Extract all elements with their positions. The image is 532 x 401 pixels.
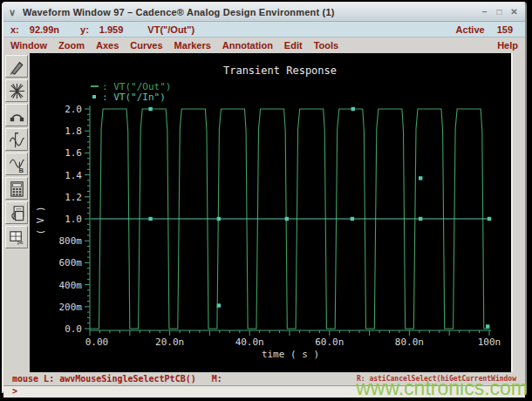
svg-text:600m: 600m xyxy=(59,257,83,268)
cursor-y-label: y: xyxy=(80,24,89,35)
arc-probe-icon xyxy=(7,105,27,126)
close-button[interactable]: ✕ xyxy=(508,7,520,17)
svg-text:100n: 100n xyxy=(478,336,501,348)
status-mouse-middle-binding: M: xyxy=(212,374,222,384)
title-bar: ∨ Waveform Window 97 – Cadence® Analog D… xyxy=(3,3,525,22)
svg-text:1.6: 1.6 xyxy=(65,147,82,159)
toolbar-button-calculator[interactable] xyxy=(5,177,28,200)
svg-text:: VT("/In"): : VT("/In") xyxy=(102,92,166,103)
status-mouse-left-binding: mouse L: awvMouseSingleSelectPtCB() xyxy=(12,374,196,384)
active-label: Active xyxy=(456,24,485,35)
menu-help[interactable]: Help xyxy=(497,40,518,51)
pen-tool-icon xyxy=(7,57,27,77)
svg-text:800m: 800m xyxy=(59,235,83,247)
svg-text:( V ): ( V ) xyxy=(35,206,46,234)
active-count: 159 xyxy=(497,24,513,35)
waveform-marker-b-icon: B xyxy=(7,154,27,174)
svg-text:80.0n: 80.0n xyxy=(395,336,424,348)
svg-text:2.0: 2.0 xyxy=(65,104,82,115)
tool-palette: B✂ xyxy=(3,53,30,372)
svg-text:20.0n: 20.0n xyxy=(155,336,184,348)
svg-text:40.0n: 40.0n xyxy=(235,336,264,348)
toolbar-button-copy-window[interactable] xyxy=(5,201,28,224)
snip-window-icon: ✂ xyxy=(7,228,27,248)
svg-text:60.0n: 60.0n xyxy=(315,336,344,348)
window-controls: –□✕ xyxy=(479,7,520,17)
svg-text:0.00: 0.00 xyxy=(85,336,109,348)
calculator-icon xyxy=(7,179,27,199)
menu-window[interactable]: Window xyxy=(10,40,47,51)
menu-axes[interactable]: Axes xyxy=(96,40,119,51)
svg-text:1.8: 1.8 xyxy=(65,126,82,137)
window-title: Waveform Window 97 – Cadence® Analog Des… xyxy=(23,7,479,17)
svg-text:1.2: 1.2 xyxy=(65,192,82,203)
cli-prompt-symbol: > xyxy=(12,386,17,396)
maximize-button[interactable]: □ xyxy=(494,7,505,17)
svg-text:✂: ✂ xyxy=(17,238,24,248)
main-area: B✂ Transient Response: VT("/Out"): VT("/… xyxy=(3,53,525,372)
toolbar-button-arc-probe[interactable] xyxy=(5,104,28,126)
menu-bar: WindowZoomAxesCurvesMarkersAnnotationEdi… xyxy=(3,37,525,53)
menu-zoom[interactable]: Zoom xyxy=(58,40,85,51)
toolbar-button-pen-tool[interactable] xyxy=(5,55,28,78)
waveform-plot-area[interactable]: Transient Response: VT("/Out"): VT("/In"… xyxy=(30,53,511,372)
svg-text:1.0: 1.0 xyxy=(65,214,82,225)
copy-window-icon xyxy=(7,203,27,223)
svg-text:1.4: 1.4 xyxy=(65,170,82,181)
menu-tools[interactable]: Tools xyxy=(314,40,339,51)
cursor-trace-name: VT("/Out") xyxy=(147,24,194,35)
svg-text:200m: 200m xyxy=(59,302,83,313)
svg-text:Transient Response: Transient Response xyxy=(223,65,337,77)
svg-text:0.0: 0.0 xyxy=(65,323,82,335)
waveform-window: ∨ Waveform Window 97 – Cadence® Analog D… xyxy=(2,2,527,393)
cursor-y-value: 1.959 xyxy=(99,24,124,35)
cursor-readout-bar: x: 92.99n y: 1.959 VT("/Out") Active 159 xyxy=(3,22,525,37)
toolbar-button-star-burst[interactable] xyxy=(5,79,28,102)
watermark-text: www.cntronics.com xyxy=(356,377,528,400)
toolbar-button-waveform-marker-b[interactable]: B xyxy=(5,153,28,175)
svg-text:400m: 400m xyxy=(59,280,83,291)
menu-curves[interactable]: Curves xyxy=(130,40,162,51)
star-burst-icon xyxy=(7,81,27,101)
menu-annotation[interactable]: Annotation xyxy=(222,40,273,51)
svg-text:B: B xyxy=(18,167,24,174)
menu-markers[interactable]: Markers xyxy=(174,40,211,51)
vert-marker-a-icon xyxy=(7,130,27,150)
minimize-button[interactable]: – xyxy=(479,7,490,17)
menu-edit[interactable]: Edit xyxy=(284,40,303,51)
cursor-x-value: 92.99n xyxy=(30,24,59,35)
transient-response-chart[interactable]: Transient Response: VT("/Out"): VT("/In"… xyxy=(30,53,516,372)
toolbar-button-vert-marker-a[interactable] xyxy=(5,128,28,151)
svg-text:time ( s ): time ( s ) xyxy=(262,349,319,360)
toolbar-button-snip-window[interactable]: ✂ xyxy=(5,226,28,248)
cursor-x-label: x: xyxy=(10,24,19,35)
window-menu-chevron-icon[interactable]: ∨ xyxy=(9,7,23,18)
